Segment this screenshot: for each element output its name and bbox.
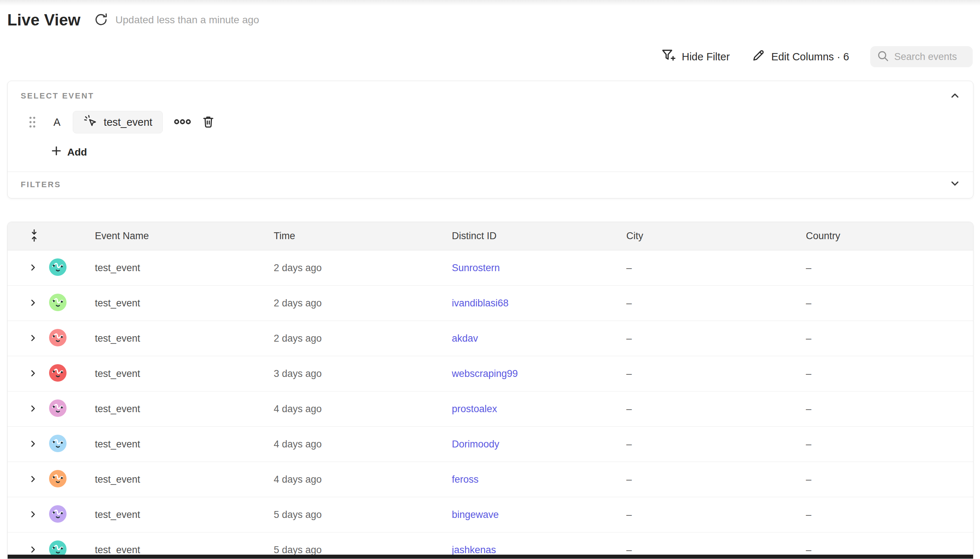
filters-label: FILTERS: [21, 180, 61, 189]
row-distinct-id[interactable]: Dorimoody: [452, 439, 499, 450]
chevron-up-icon: [949, 97, 961, 103]
row-city: –: [612, 404, 792, 415]
expand-row-button[interactable]: [28, 509, 38, 521]
chevron-right-icon: [28, 404, 38, 415]
avatar: [49, 435, 66, 453]
pencil-icon: [751, 48, 765, 65]
plus-icon: [51, 145, 62, 159]
ellipsis-icon: [174, 117, 191, 127]
expand-row-button[interactable]: [28, 404, 38, 415]
avatar: [49, 364, 66, 383]
table-header-row: Event Name Time Distinct ID City Country: [8, 222, 973, 250]
row-country: –: [792, 298, 973, 309]
filters-expand-button[interactable]: [949, 178, 961, 190]
event-selector-chip[interactable]: test_event: [73, 111, 163, 133]
table-row[interactable]: test_event 5 days ago bingewave – –: [8, 497, 973, 533]
row-distinct-id[interactable]: akdav: [452, 333, 478, 344]
row-distinct-id[interactable]: webscraping99: [452, 368, 518, 379]
edit-columns-label: Edit Columns · 6: [771, 51, 849, 63]
row-time: 2 days ago: [259, 298, 437, 309]
row-event-name: test_event: [80, 544, 259, 556]
expand-row-button[interactable]: [28, 439, 38, 450]
events-table: Event Name Time Distinct ID City Country: [7, 222, 973, 559]
column-header-event-name[interactable]: Event Name: [80, 230, 259, 242]
avatar: [49, 505, 66, 524]
hide-filter-button[interactable]: Hide Filter: [661, 48, 730, 66]
filter-plus-icon: [661, 48, 676, 66]
row-time: 5 days ago: [259, 544, 437, 556]
chevron-down-icon: [949, 185, 961, 190]
chevron-right-icon: [28, 298, 38, 309]
table-row[interactable]: test_event 2 days ago akdav – –: [8, 321, 973, 356]
horizontal-scrollbar[interactable]: [8, 555, 973, 559]
row-country: –: [792, 368, 973, 379]
refresh-button[interactable]: [93, 12, 109, 28]
column-header-country[interactable]: Country: [792, 230, 973, 242]
row-event-name: test_event: [80, 298, 259, 309]
row-distinct-id[interactable]: feross: [452, 474, 479, 485]
row-city: –: [612, 368, 792, 379]
avatar: [49, 399, 66, 418]
refresh-icon: [94, 12, 108, 28]
row-time: 2 days ago: [259, 263, 437, 274]
avatar: [49, 258, 66, 277]
table-row[interactable]: test_event 4 days ago Dorimoody – –: [8, 427, 973, 462]
table-row[interactable]: test_event 4 days ago feross – –: [8, 462, 973, 497]
row-event-name: test_event: [80, 333, 259, 344]
hide-filter-label: Hide Filter: [682, 51, 730, 63]
row-country: –: [792, 333, 973, 344]
row-country: –: [792, 404, 973, 415]
row-event-name: test_event: [80, 439, 259, 450]
query-builder-card: SELECT EVENT A: [7, 81, 973, 198]
delete-event-button[interactable]: [202, 114, 215, 130]
row-distinct-id[interactable]: bingewave: [452, 509, 499, 520]
table-row[interactable]: test_event 4 days ago prostoalex – –: [8, 392, 973, 427]
add-button-label: Add: [67, 147, 87, 158]
collapse-all-button[interactable]: [28, 228, 40, 244]
expand-row-button[interactable]: [28, 544, 38, 556]
expand-row-button[interactable]: [28, 368, 38, 379]
row-distinct-id[interactable]: Sunrostern: [452, 263, 500, 273]
table-row[interactable]: test_event 2 days ago ivandiblasi68 – –: [8, 286, 973, 321]
drag-handle-icon[interactable]: [28, 116, 37, 128]
row-event-name: test_event: [80, 263, 259, 274]
chevron-right-icon: [28, 439, 38, 450]
event-row: A test_event: [21, 111, 215, 133]
row-distinct-id[interactable]: prostoalex: [452, 404, 497, 414]
search-input[interactable]: [894, 51, 967, 63]
column-header-time[interactable]: Time: [259, 230, 437, 242]
row-country: –: [792, 263, 973, 274]
row-time: 5 days ago: [259, 509, 437, 521]
row-city: –: [612, 509, 792, 521]
search-box[interactable]: [870, 46, 973, 67]
event-chip-label: test_event: [104, 116, 152, 128]
page-header: Live View Updated less than a minute ago: [7, 11, 259, 29]
row-city: –: [612, 298, 792, 309]
avatar: [49, 329, 66, 348]
expand-row-button[interactable]: [28, 298, 38, 309]
row-time: 4 days ago: [259, 439, 437, 450]
expand-row-button[interactable]: [28, 474, 38, 485]
row-event-name: test_event: [80, 509, 259, 521]
avatar: [49, 470, 66, 489]
row-distinct-id[interactable]: jashkenas: [452, 544, 496, 556]
search-icon: [877, 50, 889, 64]
expand-row-button[interactable]: [28, 263, 38, 274]
row-city: –: [612, 263, 792, 274]
edit-columns-button[interactable]: Edit Columns · 6: [751, 48, 849, 65]
chevron-right-icon: [28, 333, 38, 344]
column-header-city[interactable]: City: [612, 230, 792, 242]
row-city: –: [612, 474, 792, 485]
expand-row-button[interactable]: [28, 333, 38, 344]
column-header-distinct-id[interactable]: Distinct ID: [437, 230, 612, 242]
table-row[interactable]: test_event 2 days ago Sunrostern – –: [8, 250, 973, 286]
select-event-collapse-button[interactable]: [949, 90, 961, 103]
row-distinct-id[interactable]: ivandiblasi68: [452, 298, 509, 309]
row-city: –: [612, 544, 792, 556]
table-row[interactable]: test_event 3 days ago webscraping99 – –: [8, 356, 973, 392]
section-divider: [8, 172, 973, 172]
add-event-button[interactable]: Add: [51, 145, 87, 159]
event-options-button[interactable]: [174, 117, 191, 127]
toolbar: Hide Filter Edit Columns · 6: [661, 46, 973, 67]
chevron-right-icon: [28, 509, 38, 521]
